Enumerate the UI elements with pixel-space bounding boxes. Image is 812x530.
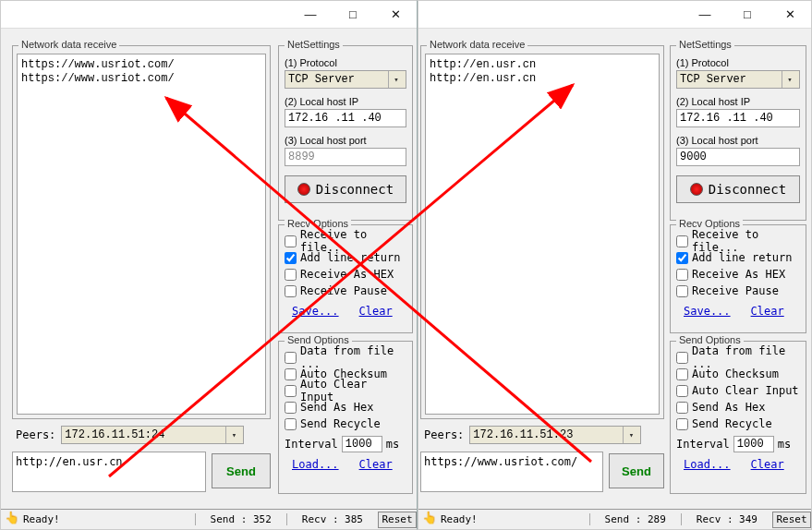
status-bar: Ready! Send : 352 Recv : 385 Reset <box>1 509 417 529</box>
send-recycle-checkbox[interactable]: Send Recycle <box>285 416 406 432</box>
send-options-title: Send Options <box>285 334 352 345</box>
reset-button[interactable]: Reset <box>772 512 811 528</box>
reset-button[interactable]: Reset <box>378 512 417 528</box>
recv-line: https://www.usriot.com/ <box>21 72 261 86</box>
recv-group: Network data receive http://en.usr.cn ht… <box>420 45 664 419</box>
minimize-button[interactable]: — <box>289 2 332 28</box>
close-button[interactable]: ✕ <box>769 2 811 28</box>
netsettings-group: NetSettings (1) Protocol TCP Server (2) … <box>670 45 806 221</box>
status-ready: Ready! <box>23 513 60 525</box>
interval-field[interactable]: 1000 <box>733 436 774 452</box>
ready-icon <box>5 513 19 526</box>
send-options-group: Send Options Data from file ... Auto Che… <box>278 341 413 494</box>
minimize-button[interactable]: — <box>684 2 726 28</box>
recv-group-title: Network data receive <box>427 39 527 50</box>
status-recv-count: Recv : 349 <box>681 513 772 525</box>
status-ready: Ready! <box>441 513 478 525</box>
peers-row: Peers: 172.16.11.51:24 <box>16 426 244 444</box>
receive-as-hex-checkbox[interactable]: Receive As HEX <box>676 266 800 283</box>
window-right: — □ ✕ Network data receive http://en.usr… <box>418 0 812 530</box>
auto-clear-input-checkbox[interactable]: Auto Clear Input <box>676 382 800 399</box>
peers-label: Peers: <box>16 428 55 441</box>
titlebar: — □ ✕ <box>1 1 417 29</box>
peers-row: Peers: 172.16.11.51:23 <box>424 426 641 444</box>
recv-line: http://en.usr.cn <box>430 72 655 86</box>
peers-label: Peers: <box>424 428 464 441</box>
receive-to-file-checkbox[interactable]: Receive to file... <box>676 233 800 249</box>
send-recycle-checkbox[interactable]: Send Recycle <box>676 416 800 432</box>
close-button[interactable]: ✕ <box>374 2 417 28</box>
interval-label: Interval <box>285 438 338 451</box>
recv-save-link[interactable]: Save... <box>292 305 339 318</box>
status-send-count: Send : 289 <box>589 513 681 525</box>
recv-group: Network data receive https://www.usriot.… <box>12 45 271 419</box>
recv-group-title: Network data receive <box>18 39 119 50</box>
protocol-dropdown[interactable]: TCP Server <box>285 70 406 89</box>
ready-icon <box>422 513 437 526</box>
status-recv-count: Recv : 385 <box>286 513 378 525</box>
protocol-label: (1) Protocol <box>676 57 800 68</box>
send-button[interactable]: Send <box>212 453 271 488</box>
disconnect-button[interactable]: Disconnect <box>285 175 406 203</box>
interval-field[interactable]: 1000 <box>342 436 382 452</box>
maximize-button[interactable]: □ <box>726 2 769 28</box>
disconnect-button[interactable]: Disconnect <box>676 175 800 203</box>
interval-unit: ms <box>386 438 399 451</box>
recv-options-group: Recv Options Receive to file... Add line… <box>278 224 413 333</box>
localport-field[interactable]: 9000 <box>676 148 800 166</box>
recv-options-title: Recv Options <box>676 218 743 229</box>
send-textarea[interactable]: https://www.usriot.com/ <box>420 452 603 492</box>
add-line-return-checkbox[interactable]: Add line return <box>285 249 406 266</box>
status-dot-icon <box>297 183 310 196</box>
protocol-dropdown[interactable]: TCP Server <box>676 70 800 89</box>
receive-pause-checkbox[interactable]: Receive Pause <box>676 283 800 299</box>
status-bar: Ready! Send : 289 Recv : 349 Reset <box>418 509 811 529</box>
data-from-file-checkbox[interactable]: Data from file ... <box>285 349 406 366</box>
interval-label: Interval <box>676 438 730 451</box>
recv-textarea[interactable]: https://www.usriot.com/ https://www.usri… <box>17 54 266 415</box>
peers-dropdown[interactable]: 172.16.11.51:23 <box>469 426 641 444</box>
maximize-button[interactable]: □ <box>332 2 374 28</box>
send-options-group: Send Options Data from file ... Auto Che… <box>670 341 806 494</box>
localip-field[interactable]: 172.16 .11 .40 <box>285 109 406 127</box>
window-left: — □ ✕ Network data receive https://www.u… <box>0 0 418 530</box>
localport-label: (3) Local host port <box>676 135 800 146</box>
recv-textarea[interactable]: http://en.usr.cn http://en.usr.cn <box>425 54 660 415</box>
recv-options-group: Recv Options Receive to file... Add line… <box>670 224 806 333</box>
recv-clear-link[interactable]: Clear <box>751 305 784 318</box>
recv-line: http://en.usr.cn <box>430 58 655 72</box>
titlebar: — □ ✕ <box>418 1 811 29</box>
receive-to-file-checkbox[interactable]: Receive to file... <box>285 233 406 249</box>
recv-options-title: Recv Options <box>285 218 351 229</box>
send-clear-link[interactable]: Clear <box>751 458 784 471</box>
netsettings-title: NetSettings <box>676 39 734 50</box>
receive-as-hex-checkbox[interactable]: Receive As HEX <box>285 266 406 283</box>
send-textarea[interactable]: http://en.usr.cn <box>12 452 206 492</box>
send-options-title: Send Options <box>676 334 744 345</box>
send-button[interactable]: Send <box>609 453 664 488</box>
localport-label: (3) Local host port <box>285 135 406 146</box>
status-send-count: Send : 352 <box>195 513 286 525</box>
localport-field[interactable]: 8899 <box>285 148 406 166</box>
interval-unit: ms <box>778 438 791 451</box>
data-from-file-checkbox[interactable]: Data from file ... <box>676 349 800 366</box>
send-as-hex-checkbox[interactable]: Send As Hex <box>676 399 800 416</box>
localip-label: (2) Local host IP <box>285 96 406 107</box>
send-load-link[interactable]: Load... <box>292 458 339 471</box>
recv-save-link[interactable]: Save... <box>684 305 731 318</box>
protocol-label: (1) Protocol <box>285 57 406 68</box>
recv-clear-link[interactable]: Clear <box>359 305 393 318</box>
netsettings-group: NetSettings (1) Protocol TCP Server (2) … <box>278 45 413 221</box>
localip-field[interactable]: 172.16 .11 .40 <box>676 109 800 127</box>
status-dot-icon <box>690 183 703 196</box>
send-clear-link[interactable]: Clear <box>359 458 393 471</box>
receive-pause-checkbox[interactable]: Receive Pause <box>285 283 406 299</box>
send-load-link[interactable]: Load... <box>684 458 731 471</box>
auto-clear-input-checkbox[interactable]: Auto Clear Input <box>285 382 406 399</box>
add-line-return-checkbox[interactable]: Add line return <box>676 249 800 266</box>
recv-line: https://www.usriot.com/ <box>21 58 261 72</box>
peers-dropdown[interactable]: 172.16.11.51:24 <box>61 426 244 444</box>
netsettings-title: NetSettings <box>285 39 343 50</box>
localip-label: (2) Local host IP <box>676 96 800 107</box>
